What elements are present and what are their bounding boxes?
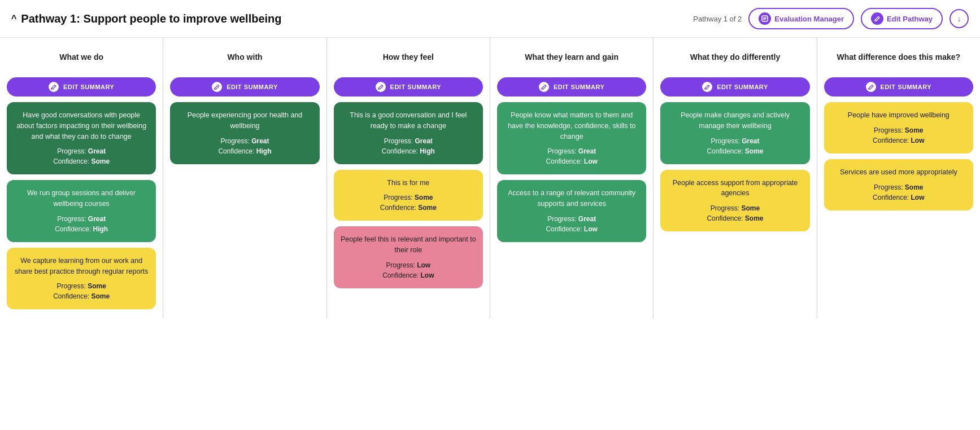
column-what-we-do: What we do EDIT SUMMARY Have good conver… — [0, 38, 163, 318]
card-what-we-do-1[interactable]: We run group sessions and deliver wellbe… — [7, 180, 156, 242]
card-confidence: Confidence: Low — [831, 135, 966, 146]
svg-line-10 — [868, 89, 869, 90]
edit-pathway-button[interactable]: Edit Pathway — [861, 8, 943, 29]
top-bar: ^ Pathway 1: Support people to improve w… — [0, 0, 980, 38]
svg-line-6 — [215, 89, 215, 90]
pathway-counter: Pathway 1 of 2 — [693, 15, 742, 23]
card-how-they-feel-2[interactable]: People feel this is relevant and importa… — [334, 226, 483, 288]
card-progress: Progress: Some — [831, 125, 966, 135]
card-text: Access to a range of relevant community … — [504, 188, 639, 209]
card-confidence: Confidence: Low — [831, 192, 966, 203]
card-what-difference-1[interactable]: Services are used more appropriately Pro… — [824, 159, 973, 210]
card-progress: Progress: Great — [14, 146, 149, 156]
pathway-title-text: Pathway 1: Support people to improve wel… — [21, 12, 281, 25]
card-text: People access support from appropriate a… — [667, 178, 803, 199]
evaluation-manager-button[interactable]: Evaluation Manager — [748, 8, 854, 29]
card-what-they-learn-1[interactable]: Access to a range of relevant community … — [497, 180, 646, 242]
edit-summary-label: EDIT SUMMARY — [390, 84, 442, 90]
edit-summary-button-what-they-do[interactable]: EDIT SUMMARY — [660, 77, 809, 96]
evaluation-manager-label: Evaluation Manager — [774, 15, 844, 23]
column-how-they-feel: How they feel EDIT SUMMARY This is a goo… — [327, 38, 490, 318]
card-progress: Progress: Great — [14, 214, 149, 224]
card-text: Services are used more appropriately — [831, 167, 966, 178]
pathway-title: ^ Pathway 1: Support people to improve w… — [11, 12, 282, 25]
columns-wrapper: What we do EDIT SUMMARY Have good conver… — [0, 38, 980, 318]
card-text: People know what matters to them and hav… — [504, 110, 639, 142]
card-confidence: Confidence: High — [14, 224, 149, 234]
card-text: People make changes and actively manage … — [667, 110, 803, 131]
svg-line-9 — [705, 89, 705, 90]
card-text: Have good conversations with people abou… — [14, 110, 149, 142]
edit-summary-button-what-they-learn[interactable]: EDIT SUMMARY — [497, 77, 646, 96]
edit-summary-label: EDIT SUMMARY — [554, 84, 605, 90]
edit-summary-button-how-they-feel[interactable]: EDIT SUMMARY — [334, 77, 483, 96]
card-text: People feel this is relevant and importa… — [341, 234, 476, 256]
edit-summary-button-who-with[interactable]: EDIT SUMMARY — [170, 77, 319, 96]
column-what-they-learn: What they learn and gain EDIT SUMMARY Pe… — [490, 38, 654, 318]
edit-pathway-icon — [871, 12, 883, 25]
edit-summary-label: EDIT SUMMARY — [227, 84, 278, 90]
download-button[interactable]: ↓ — [949, 9, 969, 28]
edit-summary-icon — [49, 82, 59, 92]
card-text: This is a good conversation and I feel r… — [341, 110, 476, 131]
card-progress: Progress: Some — [14, 281, 149, 291]
card-what-difference-0[interactable]: People have improved wellbeing Progress:… — [824, 102, 973, 153]
card-what-they-do-0[interactable]: People make changes and actively manage … — [660, 102, 809, 164]
card-confidence: Confidence: Some — [667, 213, 803, 223]
svg-line-4 — [875, 20, 876, 21]
card-confidence: Confidence: Some — [341, 203, 476, 213]
svg-line-8 — [541, 89, 542, 90]
card-what-we-do-0[interactable]: Have good conversations with people abou… — [7, 102, 156, 174]
card-progress: Progress: Some — [667, 203, 803, 213]
card-confidence: Confidence: High — [177, 146, 312, 156]
card-confidence: Confidence: Some — [667, 146, 803, 156]
column-header-what-we-do: What we do — [7, 47, 156, 72]
card-text: This is for me — [341, 178, 476, 188]
card-what-they-learn-0[interactable]: People know what matters to them and hav… — [497, 102, 646, 174]
edit-summary-icon — [702, 82, 712, 92]
card-confidence: Confidence: Some — [14, 291, 149, 301]
edit-summary-button-what-difference[interactable]: EDIT SUMMARY — [824, 77, 973, 96]
top-bar-right: Pathway 1 of 2 Evaluation Manager Edit P… — [693, 8, 969, 29]
column-header-who-with: Who with — [170, 47, 319, 72]
card-progress: Progress: Great — [504, 146, 639, 156]
card-who-with-0[interactable]: People experiencing poor health and well… — [170, 102, 319, 164]
collapse-icon[interactable]: ^ — [11, 14, 16, 24]
card-text: People experiencing poor health and well… — [177, 110, 312, 131]
edit-summary-label: EDIT SUMMARY — [63, 84, 115, 90]
card-progress: Progress: Some — [341, 192, 476, 203]
card-confidence: Confidence: Some — [14, 156, 149, 166]
evaluation-manager-icon — [759, 12, 771, 25]
card-how-they-feel-1[interactable]: This is for me Progress: Some Confidence… — [334, 170, 483, 221]
column-header-how-they-feel: How they feel — [334, 47, 483, 72]
card-text: People have improved wellbeing — [831, 110, 966, 121]
card-progress: Progress: Some — [831, 182, 966, 192]
edit-summary-label: EDIT SUMMARY — [717, 84, 768, 90]
card-confidence: Confidence: Low — [504, 156, 639, 166]
edit-summary-label: EDIT SUMMARY — [881, 84, 932, 90]
column-what-difference: What difference does this make? EDIT SUM… — [817, 38, 980, 318]
edit-summary-icon — [539, 82, 549, 92]
card-progress: Progress: Great — [667, 136, 803, 146]
card-progress: Progress: Low — [341, 260, 476, 270]
edit-summary-icon — [866, 82, 876, 92]
card-progress: Progress: Great — [341, 136, 476, 146]
card-how-they-feel-0[interactable]: This is a good conversation and I feel r… — [334, 102, 483, 164]
column-header-what-difference: What difference does this make? — [824, 47, 973, 72]
edit-summary-button-what-we-do[interactable]: EDIT SUMMARY — [7, 77, 156, 96]
column-what-they-do: What they do differently EDIT SUMMARY Pe… — [654, 38, 817, 318]
download-icon: ↓ — [957, 14, 961, 23]
edit-summary-icon — [212, 82, 222, 92]
card-progress: Progress: Great — [504, 214, 639, 224]
card-progress: Progress: Great — [177, 136, 312, 146]
card-what-we-do-2[interactable]: We capture learning from our work and sh… — [7, 248, 156, 310]
svg-line-7 — [378, 89, 378, 90]
column-header-what-they-do: What they do differently — [660, 47, 809, 72]
card-what-they-do-1[interactable]: People access support from appropriate a… — [660, 170, 809, 232]
edit-summary-icon — [376, 82, 386, 92]
edit-pathway-label: Edit Pathway — [887, 15, 933, 23]
column-who-with: Who with EDIT SUMMARY People experiencin… — [163, 38, 326, 318]
card-text: We capture learning from our work and sh… — [14, 256, 149, 277]
card-confidence: Confidence: High — [341, 146, 476, 156]
card-confidence: Confidence: Low — [504, 224, 639, 234]
